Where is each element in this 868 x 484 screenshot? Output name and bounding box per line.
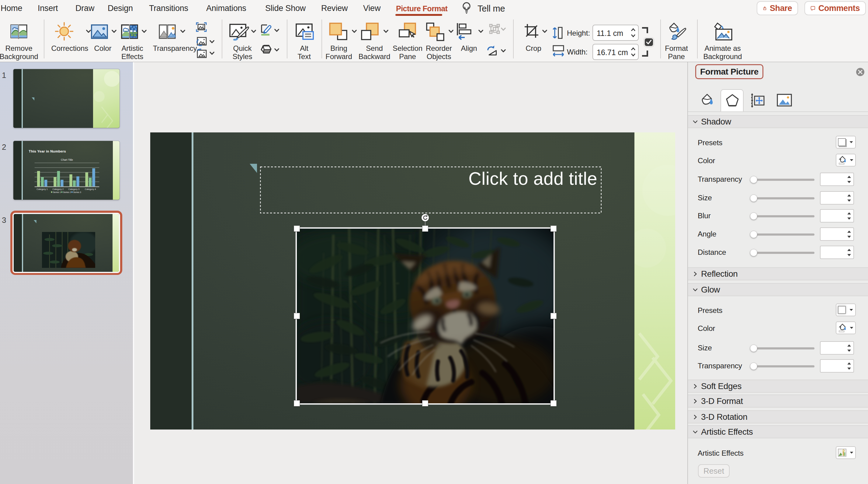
svg-text:Series 3: Series 3 xyxy=(73,191,81,194)
svg-text:Category 2: Category 2 xyxy=(52,188,64,191)
svg-text:Series 1: Series 1 xyxy=(53,191,61,194)
svg-text:Category 3: Category 3 xyxy=(68,188,80,191)
svg-text:Category 1: Category 1 xyxy=(36,188,48,191)
svg-text:Category 4: Category 4 xyxy=(85,188,96,191)
svg-text:Chart Title: Chart Title xyxy=(61,158,73,161)
svg-text:Series 2: Series 2 xyxy=(63,191,71,194)
